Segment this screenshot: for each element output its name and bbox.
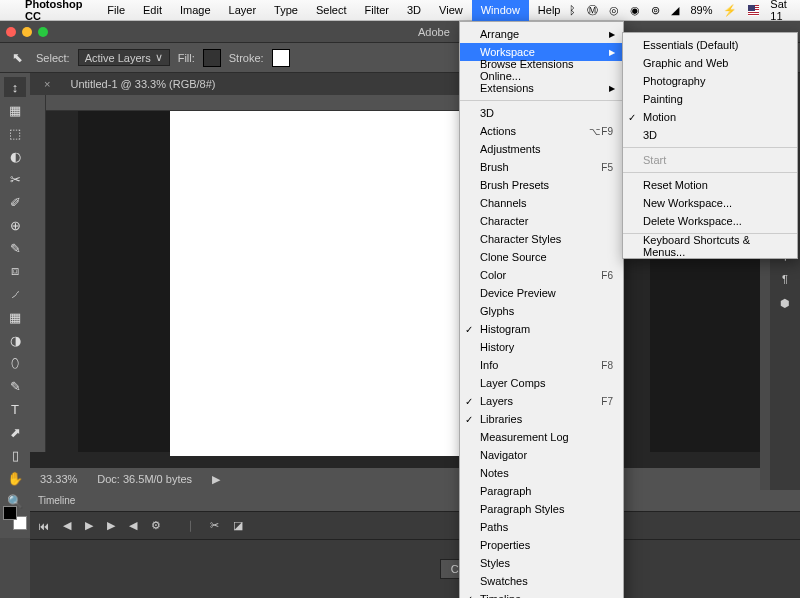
tool-10[interactable]: ▦ xyxy=(4,307,26,327)
menu-item-character-styles[interactable]: Character Styles xyxy=(460,230,623,248)
bluetooth-icon[interactable]: ᛒ xyxy=(569,4,576,16)
menu-item-paragraph-styles[interactable]: Paragraph Styles xyxy=(460,500,623,518)
menu-item-adjustments[interactable]: Adjustments xyxy=(460,140,623,158)
minimize-window-button[interactable] xyxy=(22,27,32,37)
menu-item-timeline[interactable]: ✓Timeline xyxy=(460,590,623,598)
menu-item-motion[interactable]: ✓Motion xyxy=(623,108,797,126)
menu-edit[interactable]: Edit xyxy=(134,0,171,21)
menu-item-styles[interactable]: Styles xyxy=(460,554,623,572)
menu-3d[interactable]: 3D xyxy=(398,0,430,21)
menu-item-new-workspace-[interactable]: New Workspace... xyxy=(623,194,797,212)
menu-item-brush[interactable]: BrushF5 xyxy=(460,158,623,176)
menu-item-actions[interactable]: Actions⌥F9 xyxy=(460,122,623,140)
panel-3d-icon[interactable]: ⬢ xyxy=(780,297,790,310)
menu-item-3d[interactable]: 3D xyxy=(460,104,623,122)
menu-view[interactable]: View xyxy=(430,0,472,21)
malware-icon[interactable]: Ⓜ xyxy=(587,3,598,18)
menu-item-libraries[interactable]: ✓Libraries xyxy=(460,410,623,428)
menu-item-paths[interactable]: Paths xyxy=(460,518,623,536)
menu-item-history[interactable]: History xyxy=(460,338,623,356)
menu-item-graphic-and-web[interactable]: Graphic and Web xyxy=(623,54,797,72)
canvas[interactable] xyxy=(170,111,475,456)
input-flag-icon[interactable] xyxy=(748,5,759,16)
menu-layer[interactable]: Layer xyxy=(220,0,266,21)
tool-14[interactable]: T xyxy=(4,399,26,419)
menu-item-keyboard-shortcuts-menus-[interactable]: Keyboard Shortcuts & Menus... xyxy=(623,237,797,255)
menu-window[interactable]: Window xyxy=(472,0,529,21)
menu-filter[interactable]: Filter xyxy=(356,0,398,21)
next-frame-button[interactable]: ▶ xyxy=(107,519,115,532)
menu-item-properties[interactable]: Properties xyxy=(460,536,623,554)
menu-type[interactable]: Type xyxy=(265,0,307,21)
menu-help[interactable]: Help xyxy=(529,0,570,21)
menu-item-layers[interactable]: ✓LayersF7 xyxy=(460,392,623,410)
menu-item-layer-comps[interactable]: Layer Comps xyxy=(460,374,623,392)
doc-info-arrow-icon[interactable]: ▶ xyxy=(212,473,220,486)
first-frame-button[interactable]: ⏮ xyxy=(38,520,49,532)
loop-button[interactable]: ⚙ xyxy=(151,519,161,532)
wifi-icon[interactable]: ⊚ xyxy=(651,4,660,17)
menu-item-device-preview[interactable]: Device Preview xyxy=(460,284,623,302)
prev-frame-button[interactable]: ◀ xyxy=(63,519,71,532)
zoom-level[interactable]: 33.33% xyxy=(40,473,77,485)
close-window-button[interactable] xyxy=(6,27,16,37)
timeline-tab[interactable]: Timeline xyxy=(30,490,800,512)
fill-swatch[interactable] xyxy=(203,49,221,67)
adobe-cc-icon[interactable]: ◉ xyxy=(630,4,640,17)
panel-paragraph-icon[interactable]: ¶ xyxy=(782,273,788,285)
menu-item-color[interactable]: ColorF6 xyxy=(460,266,623,284)
split-button[interactable]: ✂ xyxy=(210,519,219,532)
app-name[interactable]: Photoshop CC xyxy=(17,0,98,22)
menu-item-info[interactable]: InfoF8 xyxy=(460,356,623,374)
tool-1[interactable]: ▦ xyxy=(4,100,26,120)
play-button[interactable]: ▶ xyxy=(85,519,93,532)
menu-select[interactable]: Select xyxy=(307,0,356,21)
tool-9[interactable]: ⟋ xyxy=(4,284,26,304)
menu-item-navigator[interactable]: Navigator xyxy=(460,446,623,464)
tool-13[interactable]: ✎ xyxy=(4,376,26,396)
select-layers-dropdown[interactable]: Active Layers∨ xyxy=(78,49,170,66)
tool-0[interactable]: ↕ xyxy=(4,77,26,97)
audio-button[interactable]: ◀ xyxy=(129,519,137,532)
document-tab[interactable]: Untitled-1 @ 33.3% (RGB/8#) xyxy=(60,78,225,90)
menu-item-3d[interactable]: 3D xyxy=(623,126,797,144)
menu-item-browse-extensions-online-[interactable]: Browse Extensions Online... xyxy=(460,61,623,79)
ruler-vertical[interactable] xyxy=(30,95,46,452)
tool-5[interactable]: ✐ xyxy=(4,192,26,212)
foreground-background-colors[interactable] xyxy=(3,506,27,530)
tool-2[interactable]: ⬚ xyxy=(4,123,26,143)
menu-item-painting[interactable]: Painting xyxy=(623,90,797,108)
tool-17[interactable]: ✋ xyxy=(4,468,26,488)
menu-item-delete-workspace-[interactable]: Delete Workspace... xyxy=(623,212,797,230)
menu-item-glyphs[interactable]: Glyphs xyxy=(460,302,623,320)
menu-item-essentials-default-[interactable]: Essentials (Default) xyxy=(623,36,797,54)
stroke-swatch[interactable] xyxy=(272,49,290,67)
tool-11[interactable]: ◑ xyxy=(4,330,26,350)
tab-close-button[interactable]: × xyxy=(34,78,60,90)
sync-icon[interactable]: ◎ xyxy=(609,4,619,17)
zoom-window-button[interactable] xyxy=(38,27,48,37)
tool-7[interactable]: ✎ xyxy=(4,238,26,258)
battery-icon[interactable]: ⚡ xyxy=(723,4,737,17)
menu-item-clone-source[interactable]: Clone Source xyxy=(460,248,623,266)
transition-button[interactable]: ◪ xyxy=(233,519,243,532)
doc-size[interactable]: Doc: 36.5M/0 bytes xyxy=(97,473,192,485)
current-tool-icon[interactable]: ⬉ xyxy=(6,48,28,68)
menu-item-paragraph[interactable]: Paragraph xyxy=(460,482,623,500)
menu-item-reset-motion[interactable]: Reset Motion xyxy=(623,176,797,194)
menu-item-character[interactable]: Character xyxy=(460,212,623,230)
clock[interactable]: Sat 11 xyxy=(770,0,792,22)
menu-item-measurement-log[interactable]: Measurement Log xyxy=(460,428,623,446)
menu-item-brush-presets[interactable]: Brush Presets xyxy=(460,176,623,194)
wifi-signal-icon[interactable]: ◢ xyxy=(671,4,679,17)
tool-8[interactable]: ⧈ xyxy=(4,261,26,281)
tool-6[interactable]: ⊕ xyxy=(4,215,26,235)
tool-12[interactable]: ⬯ xyxy=(4,353,26,373)
tool-16[interactable]: ▯ xyxy=(4,445,26,465)
menu-item-arrange[interactable]: Arrange xyxy=(460,25,623,43)
menu-item-channels[interactable]: Channels xyxy=(460,194,623,212)
menu-image[interactable]: Image xyxy=(171,0,220,21)
tool-4[interactable]: ✂ xyxy=(4,169,26,189)
menu-item-notes[interactable]: Notes xyxy=(460,464,623,482)
menu-item-extensions[interactable]: Extensions xyxy=(460,79,623,97)
